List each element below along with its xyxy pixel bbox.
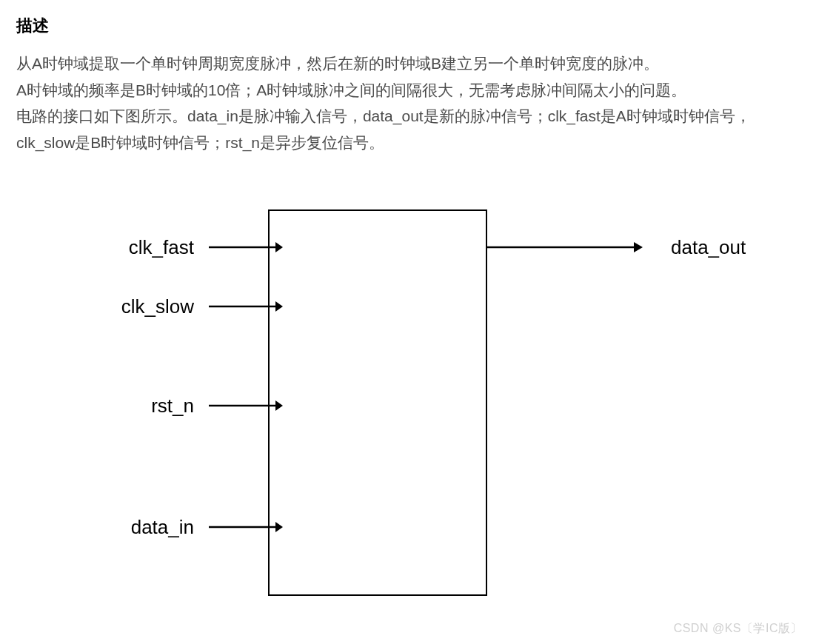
description-line-1: 从A时钟域提取一个单时钟周期宽度脉冲，然后在新的时钟域B建立另一个单时钟宽度的脉… [16, 55, 659, 72]
arrow-right-icon [209, 398, 283, 413]
port-label-clk-fast: clk_fast [61, 236, 194, 259]
port-label-data-out: data_out [671, 236, 746, 259]
port-clk-fast: clk_fast [61, 236, 283, 259]
arrow-right-icon [209, 240, 283, 255]
description-block: 从A时钟域提取一个单时钟周期宽度脉冲，然后在新的时钟域B建立另一个单时钟宽度的脉… [16, 50, 800, 156]
port-label-rst-n: rst_n [61, 395, 194, 417]
port-rst-n: rst_n [61, 395, 283, 417]
module-box [268, 209, 487, 596]
description-line-3: 电路的接口如下图所示。data_in是脉冲输入信号，data_out是新的脉冲信… [16, 107, 751, 151]
description-line-2: A时钟域的频率是B时钟域的10倍；A时钟域脉冲之间的间隔很大，无需考虑脉冲间隔太… [16, 81, 686, 98]
svg-marker-7 [275, 522, 283, 532]
port-data-out: data_out [487, 236, 746, 259]
svg-marker-5 [275, 400, 283, 411]
section-heading: 描述 [16, 15, 800, 37]
svg-marker-1 [275, 242, 283, 252]
svg-marker-3 [275, 301, 283, 312]
port-data-in: data_in [61, 516, 283, 539]
svg-marker-9 [634, 242, 643, 252]
watermark-text: CSDN @KS〔学IC版〕 [674, 621, 803, 637]
port-label-clk-slow: clk_slow [61, 295, 194, 318]
port-label-data-in: data_in [61, 516, 194, 539]
port-clk-slow: clk_slow [61, 295, 283, 318]
arrow-right-icon [487, 240, 643, 255]
arrow-right-icon [209, 299, 283, 314]
interface-diagram: clk_fast clk_slow rst_n data_in d [16, 183, 800, 597]
arrow-right-icon [209, 520, 283, 534]
